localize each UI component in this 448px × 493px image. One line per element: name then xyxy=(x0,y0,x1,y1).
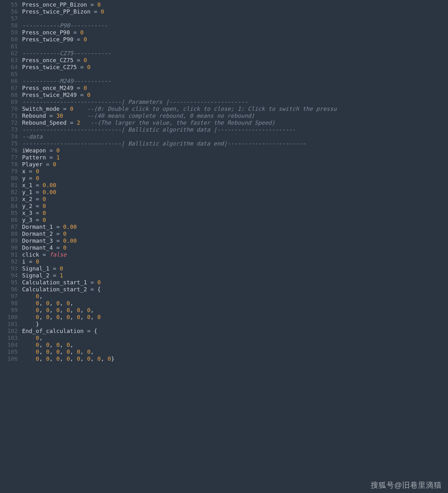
code-editor[interactable]: 5556575859606162636465666768697071727374… xyxy=(0,0,448,362)
code-line[interactable]: 0, 0, 0, 0, 0, 0, 0 xyxy=(22,314,448,321)
line-number: 83 xyxy=(0,196,22,203)
line-number: 101 xyxy=(0,321,22,328)
code-line[interactable] xyxy=(22,43,448,50)
code-line[interactable]: 0, 0, 0, 0, 0, 0, xyxy=(22,348,448,355)
code-line[interactable]: Press_twice_PP_Bizon = 0 xyxy=(22,8,448,15)
token-num: 0 xyxy=(36,293,39,300)
code-line[interactable]: Signal_1 = 0 xyxy=(22,265,448,272)
line-number: 71 xyxy=(0,112,22,119)
code-line[interactable]: x_3 = 0 xyxy=(22,210,448,217)
code-line[interactable]: -----------------------------| Parameter… xyxy=(22,98,448,105)
code-line[interactable]: -----------M249----------- xyxy=(22,78,448,85)
token-op: = xyxy=(80,92,87,98)
token-num: 0 xyxy=(97,355,101,362)
line-number: 92 xyxy=(0,258,22,265)
token-pn: , xyxy=(70,314,77,320)
token-num: 1 xyxy=(56,154,60,161)
code-line[interactable]: } xyxy=(22,321,448,328)
token-op: = xyxy=(46,161,53,168)
line-number: 89 xyxy=(0,237,22,244)
code-line[interactable]: --data xyxy=(22,133,448,140)
code-line[interactable]: Dormant_2 = 0 xyxy=(22,230,448,237)
code-line[interactable]: -----------CZ75----------- xyxy=(22,50,448,57)
code-line[interactable] xyxy=(22,15,448,22)
code-line[interactable]: Press_twice_P90 = 0 xyxy=(22,36,448,43)
token-pn: , xyxy=(39,293,43,300)
token-num: 0 xyxy=(87,92,91,98)
code-line[interactable]: 0, 0, 0, 0, xyxy=(22,300,448,307)
code-line[interactable]: Dormant_3 = 0.00 xyxy=(22,237,448,244)
token-cm: -----------CZ75----------- xyxy=(22,50,111,56)
code-line[interactable]: Pattern = 1 xyxy=(22,154,448,161)
token-num: 0 xyxy=(36,342,39,348)
code-line[interactable]: y_1 = 0.00 xyxy=(22,189,448,196)
line-number: 59 xyxy=(0,29,22,36)
code-line[interactable]: Rebound_Speed = 2 --(The larger the valu… xyxy=(22,119,448,126)
code-line[interactable]: Press_twice_CZ75 = 0 xyxy=(22,64,448,71)
code-line[interactable]: iWeapon = 0 xyxy=(22,147,448,154)
token-num: 0 xyxy=(56,300,60,306)
code-line[interactable]: x = 0 xyxy=(22,168,448,175)
token-op: = xyxy=(91,279,97,286)
code-line[interactable]: 0, 0, 0, 0, xyxy=(22,342,448,348)
token-num: 0 xyxy=(97,279,101,286)
code-line[interactable]: Press_once_M249 = 0 xyxy=(22,85,448,92)
token-num: 0 xyxy=(36,307,39,313)
code-line[interactable]: Player = 0 xyxy=(22,161,448,168)
code-line[interactable]: 0, xyxy=(22,335,448,342)
code-line[interactable]: x_1 = 0.00 xyxy=(22,182,448,189)
line-number: 74 xyxy=(0,133,22,140)
code-line[interactable]: y_2 = 0 xyxy=(22,203,448,210)
token-num: 30 xyxy=(56,112,63,119)
code-line[interactable]: -----------P90----------- xyxy=(22,22,448,29)
token-id: y_1 xyxy=(22,189,36,195)
code-line[interactable]: Signal_2 = 1 xyxy=(22,272,448,279)
token-pn: , xyxy=(39,314,46,320)
code-line[interactable]: -----------------------------| Ballistic… xyxy=(22,140,448,147)
code-line[interactable]: i = 0 xyxy=(22,258,448,265)
token-num: 0 xyxy=(87,355,91,362)
code-line[interactable]: -----------------------------| Ballistic… xyxy=(22,126,448,133)
token-op: = xyxy=(53,265,60,272)
line-number: 60 xyxy=(0,36,22,43)
code-area[interactable]: Press_once_PP_Bizon = 0Press_twice_PP_Bi… xyxy=(22,0,448,362)
token-num: 0 xyxy=(36,335,39,341)
code-line[interactable]: Calculation_start_1 = 0 xyxy=(22,279,448,286)
line-number: 93 xyxy=(0,265,22,272)
code-line[interactable]: y = 0 xyxy=(22,175,448,182)
code-line[interactable]: Dormant_1 = 0.00 xyxy=(22,223,448,230)
token-id: Switch_mode xyxy=(22,105,63,112)
token-pn: } xyxy=(36,321,39,327)
code-line[interactable]: Dormant_4 = 0 xyxy=(22,244,448,251)
code-line[interactable]: Calculation_start_2 = { xyxy=(22,286,448,293)
code-line[interactable]: 0, xyxy=(22,293,448,300)
code-line[interactable]: 0, 0, 0, 0, 0, 0, xyxy=(22,307,448,314)
code-line[interactable]: Press_once_PP_Bizon = 0 xyxy=(22,1,448,8)
token-cm: --(The larger the value, the faster the … xyxy=(91,119,275,126)
code-line[interactable]: Press_twice_M249 = 0 xyxy=(22,92,448,98)
line-number: 88 xyxy=(0,230,22,237)
token-pn: , xyxy=(50,348,56,355)
line-number: 81 xyxy=(0,182,22,189)
token-pn: , xyxy=(70,348,77,355)
token-op: = xyxy=(50,147,56,154)
code-line[interactable]: click = false xyxy=(22,251,448,258)
token-num: 0 xyxy=(46,355,50,362)
token-pn: , xyxy=(50,307,56,313)
token-cm: -----------M249----------- xyxy=(22,78,111,84)
code-line[interactable]: x_2 = 0 xyxy=(22,196,448,203)
code-line[interactable]: Press_once_CZ75 = 0 xyxy=(22,57,448,64)
line-number: 80 xyxy=(0,175,22,182)
code-line[interactable]: Press_once_P90 = 0 xyxy=(22,29,448,36)
code-line[interactable]: Switch_mode = 0 --(0: Double click to op… xyxy=(22,105,448,112)
token-num: 0 xyxy=(56,355,60,362)
token-num: 0 xyxy=(60,265,63,272)
code-line[interactable]: End_of_calculation = { xyxy=(22,328,448,335)
token-op: = xyxy=(29,175,36,181)
token-num: 0 xyxy=(36,314,39,320)
code-line[interactable]: y_3 = 0 xyxy=(22,217,448,223)
code-line[interactable]: 0, 0, 0, 0, 0, 0, 0, 0} xyxy=(22,355,448,362)
code-line[interactable] xyxy=(22,71,448,78)
code-line[interactable]: Rebound = 30 --(40 means complete reboun… xyxy=(22,112,448,119)
token-num: 0 xyxy=(43,217,46,223)
